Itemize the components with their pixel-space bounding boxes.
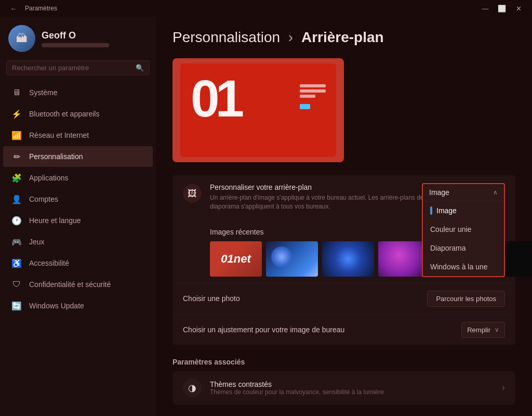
- search-input[interactable]: [12, 64, 131, 72]
- dropdown-options-list: Image Couleur unie Diaporama Windows à l…: [423, 201, 504, 276]
- sidebar-item-label: Système: [29, 88, 57, 97]
- search-icon: 🔍: [136, 64, 144, 72]
- sidebar-item-label: Accessibilité: [29, 259, 69, 267]
- adjustment-value: Remplir: [467, 326, 490, 334]
- titlebar-title: Paramètres: [25, 5, 57, 12]
- sidebar-item-systeme[interactable]: 🖥 Système: [3, 82, 153, 103]
- sidebar-item-accessibilite[interactable]: ♿ Accessibilité: [3, 253, 153, 274]
- sidebar-item-label: Confidentialité et sécurité: [29, 280, 111, 289]
- wallpaper-section-row: 🖼 Personnaliser votre arrière-plan Un ar…: [172, 175, 515, 219]
- breadcrumb-separator: ›: [288, 29, 297, 45]
- preview-line: [300, 89, 326, 93]
- preview-line: [300, 84, 326, 87]
- sidebar-item-reseau[interactable]: 📶 Réseau et Internet: [3, 125, 153, 146]
- comptes-icon: 👤: [11, 194, 22, 204]
- option-label: Windows à la une: [430, 263, 488, 271]
- sidebar-item-label: Comptes: [29, 195, 58, 203]
- titlebar-controls: — ⬜ ✕: [478, 2, 526, 15]
- breadcrumb: Personnalisation: [172, 29, 280, 45]
- browse-photos-button[interactable]: Parcourir les photos: [427, 291, 505, 307]
- sidebar-item-label: Réseau et Internet: [29, 131, 89, 139]
- avatar: 🏔: [8, 25, 35, 52]
- sidebar-item-applications[interactable]: 🧩 Applications: [3, 167, 153, 188]
- close-button[interactable]: ✕: [511, 2, 526, 15]
- search-box[interactable]: 🔍: [6, 60, 150, 75]
- main-content: Personnalisation › Arrière-plan 01 🖼: [156, 17, 532, 416]
- sidebar-item-label: Windows Update: [29, 302, 84, 310]
- minimize-button[interactable]: —: [478, 2, 493, 15]
- restore-button[interactable]: ⬜: [495, 2, 509, 15]
- user-profile[interactable]: 🏔 Geoff O: [0, 17, 156, 56]
- preview-dot: [300, 104, 310, 109]
- preview-lines: [300, 84, 326, 109]
- sidebar-item-label: Personnalisation: [29, 152, 83, 161]
- app-container: 🏔 Geoff O 🔍 🖥 Système ⚡ Bluetooth et app…: [0, 17, 532, 416]
- user-info: Geoff O: [42, 30, 109, 47]
- dropdown-selected-value[interactable]: Image ∧: [423, 184, 504, 201]
- sidebar-item-windowsupdate[interactable]: 🔄 Windows Update: [3, 295, 153, 316]
- sidebar-item-label: Jeux: [29, 238, 45, 246]
- sidebar: 🏔 Geoff O 🔍 🖥 Système ⚡ Bluetooth et app…: [0, 17, 156, 416]
- user-email-bar: [42, 43, 109, 47]
- sidebar-item-label: Applications: [29, 174, 69, 182]
- option-label: Diaporama: [430, 244, 466, 252]
- systeme-icon: 🖥: [11, 87, 22, 98]
- page-header: Personnalisation › Arrière-plan: [172, 29, 515, 46]
- choose-photo-row: Choisir une photo Parcourir les photos: [172, 283, 515, 314]
- chevron-down-icon: ∨: [495, 326, 499, 333]
- sidebar-item-jeux[interactable]: 🎮 Jeux: [3, 231, 153, 252]
- choose-photo-label: Choisir une photo: [183, 294, 240, 303]
- wallpaper-preview-inner: 01: [180, 63, 336, 157]
- recent-image-3[interactable]: [322, 241, 374, 277]
- assoc-item-title: Thèmes contrastés: [210, 380, 494, 388]
- dropdown-option-windows[interactable]: Windows à la une: [423, 257, 504, 276]
- sidebar-item-label: Heure et langue: [29, 216, 81, 225]
- recent-image-2[interactable]: [266, 241, 318, 277]
- windowsupdate-icon: 🔄: [11, 301, 22, 311]
- chevron-right-icon: ›: [502, 382, 505, 393]
- applications-icon: 🧩: [11, 173, 22, 183]
- user-name: Geoff O: [42, 30, 109, 41]
- personnalisation-icon: ✏: [11, 151, 22, 162]
- preview-line-short: [300, 95, 315, 98]
- option-selected-indicator: [430, 206, 432, 215]
- page-title: Arrière-plan: [301, 29, 384, 45]
- recent-image-1[interactable]: 01net: [210, 241, 262, 277]
- accessibilite-icon: ♿: [11, 258, 22, 268]
- jeux-icon: 🎮: [11, 237, 22, 247]
- titlebar-left: ← Paramètres: [6, 2, 57, 15]
- adjustment-label: Choisir un ajustement pour votre image d…: [183, 326, 344, 334]
- preview-number: 01: [191, 69, 240, 128]
- adjustment-row: Choisir un ajustement pour votre image d…: [172, 314, 515, 345]
- contrast-theme-icon: ◑: [183, 379, 202, 397]
- associated-item-themes[interactable]: ◑ Thèmes contrastés Thèmes de couleur po…: [172, 371, 515, 405]
- dropdown-option-image[interactable]: Image: [423, 201, 504, 220]
- assoc-item-desc: Thèmes de couleur pour la malvoyance, se…: [210, 388, 494, 396]
- sidebar-item-label: Bluetooth et appareils: [29, 110, 99, 118]
- associated-header: Paramètres associés: [172, 358, 515, 366]
- wallpaper-section-icon: 🖼: [183, 184, 202, 203]
- network-icon: 📶: [11, 130, 22, 140]
- wallpaper-preview: 01: [172, 58, 344, 162]
- dropdown-option-diaporama[interactable]: Diaporama: [423, 239, 504, 257]
- option-label: Image: [436, 206, 457, 215]
- sidebar-item-comptes[interactable]: 👤 Comptes: [3, 189, 153, 210]
- titlebar: ← Paramètres — ⬜ ✕: [0, 0, 532, 17]
- chevron-up-icon: ∧: [493, 189, 498, 196]
- sidebar-item-heure[interactable]: 🕐 Heure et langue: [3, 210, 153, 231]
- dropdown-option-couleur[interactable]: Couleur unie: [423, 220, 504, 239]
- confidentialite-icon: 🛡: [11, 279, 22, 290]
- bluetooth-icon: ⚡: [11, 109, 22, 119]
- wallpaper-section-card: 🖼 Personnaliser votre arrière-plan Un ar…: [172, 175, 515, 345]
- sidebar-item-personnalisation[interactable]: ✏ Personnalisation: [3, 146, 153, 167]
- adjustment-dropdown[interactable]: Remplir ∨: [461, 322, 505, 338]
- nav-menu: 🖥 Système ⚡ Bluetooth et appareils 📶 Rés…: [0, 82, 156, 317]
- assoc-text: Thèmes contrastés Thèmes de couleur pour…: [210, 380, 494, 396]
- background-type-dropdown[interactable]: Image ∧ Image Couleur unie Diaporama: [422, 183, 505, 277]
- dropdown-selected-label: Image: [429, 188, 449, 197]
- heure-icon: 🕐: [11, 215, 22, 226]
- back-button[interactable]: ←: [6, 2, 21, 15]
- sidebar-item-confidentialite[interactable]: 🛡 Confidentialité et sécurité: [3, 274, 153, 295]
- sidebar-item-bluetooth[interactable]: ⚡ Bluetooth et appareils: [3, 103, 153, 124]
- option-label: Couleur unie: [430, 225, 471, 233]
